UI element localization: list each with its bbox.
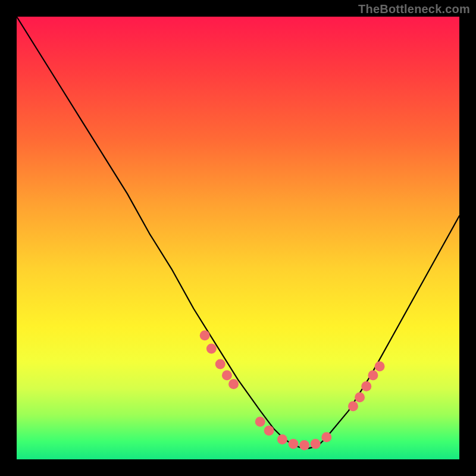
marker-point bbox=[255, 416, 265, 427]
bottleneck-chart bbox=[17, 17, 459, 459]
marker-point bbox=[299, 440, 309, 450]
plot-area bbox=[17, 17, 459, 459]
marker-point bbox=[222, 370, 232, 380]
marker-point bbox=[321, 432, 331, 442]
marker-point bbox=[361, 381, 371, 392]
marker-point bbox=[277, 434, 287, 444]
marker-point bbox=[264, 425, 274, 436]
marker-point bbox=[311, 439, 321, 449]
marker-point bbox=[375, 361, 385, 371]
chart-stage: TheBottleneck.com bbox=[0, 0, 476, 476]
marker-point bbox=[200, 330, 210, 340]
marker-point bbox=[206, 344, 217, 354]
marker-point bbox=[215, 359, 226, 369]
marker-point bbox=[228, 379, 239, 389]
marker-point bbox=[368, 370, 378, 380]
marker-point bbox=[289, 439, 299, 449]
watermark-text: TheBottleneck.com bbox=[358, 2, 470, 16]
marker-point bbox=[355, 392, 365, 402]
marker-point bbox=[348, 401, 358, 411]
